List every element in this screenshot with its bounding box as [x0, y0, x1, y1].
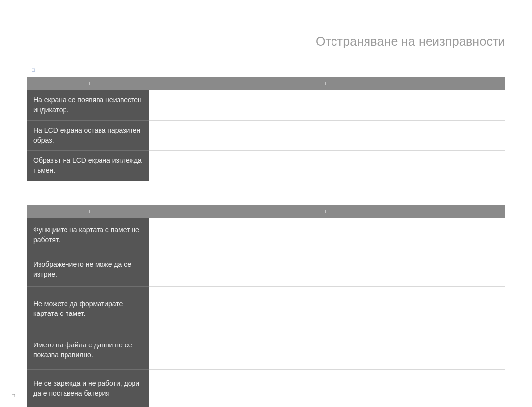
- th-remedy-0: □: [149, 77, 505, 90]
- remedy-cell: [149, 286, 505, 331]
- remedy-cell: [149, 252, 505, 286]
- th-symptom-0: □: [27, 77, 149, 90]
- symptom-cell: Образът на LCD екрана изглежда тъмен.: [27, 151, 149, 181]
- title-rule: Отстраняване на неизправности: [27, 34, 505, 53]
- symptom-cell: Името на файла с данни не се показва пра…: [27, 331, 149, 369]
- page-number: □: [12, 393, 15, 398]
- th-remedy-1: □: [149, 205, 505, 218]
- page-title: Отстраняване на неизправности: [27, 34, 505, 49]
- table-row: На LCD екрана остава паразитен образ.: [27, 120, 505, 151]
- page: Отстраняване на неизправности □ □ □ На е…: [0, 0, 532, 407]
- symptom-cell: Изображението не може да се изтрие.: [27, 252, 149, 286]
- troubleshoot-table-1: □ □ Функциите на картата с памет не рабо…: [27, 205, 505, 407]
- symptom-cell: Не се зарежда и не работи, дори да е пос…: [27, 369, 149, 407]
- troubleshoot-table-0: □ □ На екрана се появява неизвестен инди…: [27, 77, 505, 181]
- table-row: Не можете да форматирате картата с памет…: [27, 286, 505, 331]
- symptom-cell: На LCD екрана остава паразитен образ.: [27, 120, 149, 151]
- table-row: Не се зарежда и не работи, дори да е пос…: [27, 369, 505, 407]
- table-row: Името на файла с данни не се показва пра…: [27, 331, 505, 369]
- remedy-cell: [149, 120, 505, 151]
- symptom-cell: Не можете да форматирате картата с памет…: [27, 286, 149, 331]
- th-symptom-1: □: [27, 205, 149, 218]
- section-label-0: □: [32, 67, 505, 74]
- table-row: Изображението не може да се изтрие.: [27, 252, 505, 286]
- table-row: Образът на LCD екрана изглежда тъмен.: [27, 151, 505, 181]
- symptom-cell: Функциите на картата с памет не работят.: [27, 218, 149, 252]
- table-row: Функциите на картата с памет не работят.: [27, 218, 505, 252]
- section-label-1: [32, 195, 505, 202]
- table-row: На екрана се появява неизвестен индикато…: [27, 90, 505, 121]
- symptom-cell: На екрана се появява неизвестен индикато…: [27, 90, 149, 121]
- remedy-cell: [149, 331, 505, 369]
- remedy-cell: [149, 218, 505, 252]
- remedy-cell: [149, 151, 505, 181]
- remedy-cell: [149, 369, 505, 407]
- remedy-cell: [149, 90, 505, 121]
